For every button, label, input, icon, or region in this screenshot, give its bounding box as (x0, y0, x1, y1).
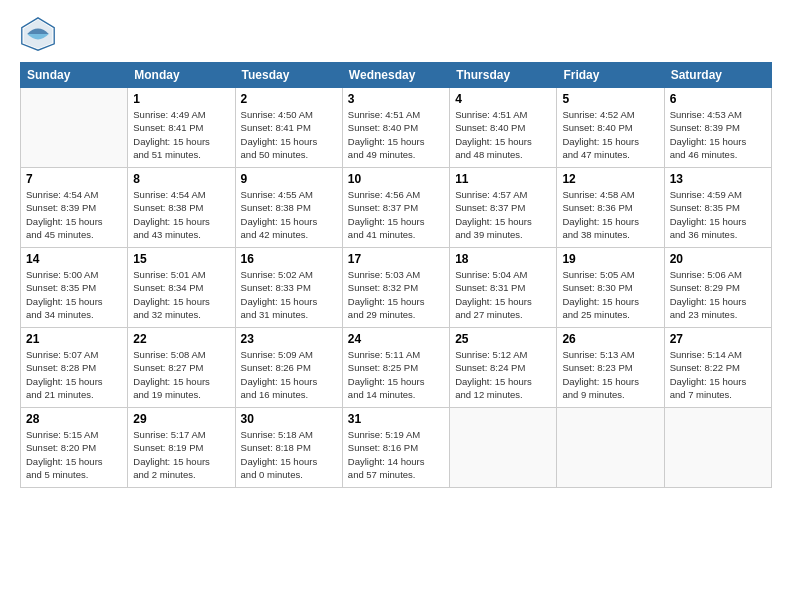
day-number: 25 (455, 332, 551, 346)
day-number: 28 (26, 412, 122, 426)
daylight-text-line2: and 25 minutes. (562, 308, 658, 321)
day-number: 18 (455, 252, 551, 266)
sunrise-text: Sunrise: 4:59 AM (670, 188, 766, 201)
sunrise-text: Sunrise: 4:53 AM (670, 108, 766, 121)
daylight-text-line1: Daylight: 15 hours (562, 215, 658, 228)
sunset-text: Sunset: 8:24 PM (455, 361, 551, 374)
daylight-text-line2: and 36 minutes. (670, 228, 766, 241)
day-number: 3 (348, 92, 444, 106)
page: SundayMondayTuesdayWednesdayThursdayFrid… (0, 0, 792, 612)
calendar-cell: 3Sunrise: 4:51 AMSunset: 8:40 PMDaylight… (342, 88, 449, 168)
sunset-text: Sunset: 8:37 PM (455, 201, 551, 214)
calendar-week-1: 1Sunrise: 4:49 AMSunset: 8:41 PMDaylight… (21, 88, 772, 168)
calendar-cell: 17Sunrise: 5:03 AMSunset: 8:32 PMDayligh… (342, 248, 449, 328)
calendar-cell: 2Sunrise: 4:50 AMSunset: 8:41 PMDaylight… (235, 88, 342, 168)
calendar-cell: 30Sunrise: 5:18 AMSunset: 8:18 PMDayligh… (235, 408, 342, 488)
daylight-text-line1: Daylight: 15 hours (241, 375, 337, 388)
daylight-text-line1: Daylight: 15 hours (562, 295, 658, 308)
daylight-text-line2: and 46 minutes. (670, 148, 766, 161)
daylight-text-line1: Daylight: 15 hours (241, 215, 337, 228)
daylight-text-line2: and 31 minutes. (241, 308, 337, 321)
day-info: Sunrise: 4:53 AMSunset: 8:39 PMDaylight:… (670, 108, 766, 161)
daylight-text-line2: and 49 minutes. (348, 148, 444, 161)
sunset-text: Sunset: 8:40 PM (455, 121, 551, 134)
daylight-text-line2: and 9 minutes. (562, 388, 658, 401)
daylight-text-line1: Daylight: 15 hours (348, 135, 444, 148)
daylight-text-line1: Daylight: 15 hours (348, 295, 444, 308)
sunrise-text: Sunrise: 4:52 AM (562, 108, 658, 121)
sunrise-text: Sunrise: 5:18 AM (241, 428, 337, 441)
sunrise-text: Sunrise: 4:50 AM (241, 108, 337, 121)
daylight-text-line2: and 27 minutes. (455, 308, 551, 321)
day-info: Sunrise: 4:49 AMSunset: 8:41 PMDaylight:… (133, 108, 229, 161)
daylight-text-line2: and 16 minutes. (241, 388, 337, 401)
day-info: Sunrise: 4:52 AMSunset: 8:40 PMDaylight:… (562, 108, 658, 161)
daylight-text-line2: and 19 minutes. (133, 388, 229, 401)
sunset-text: Sunset: 8:30 PM (562, 281, 658, 294)
sunset-text: Sunset: 8:20 PM (26, 441, 122, 454)
day-number: 23 (241, 332, 337, 346)
day-number: 19 (562, 252, 658, 266)
day-number: 8 (133, 172, 229, 186)
sunset-text: Sunset: 8:36 PM (562, 201, 658, 214)
day-info: Sunrise: 5:00 AMSunset: 8:35 PMDaylight:… (26, 268, 122, 321)
day-info: Sunrise: 4:59 AMSunset: 8:35 PMDaylight:… (670, 188, 766, 241)
logo (20, 16, 60, 52)
day-info: Sunrise: 5:14 AMSunset: 8:22 PMDaylight:… (670, 348, 766, 401)
daylight-text-line2: and 23 minutes. (670, 308, 766, 321)
day-info: Sunrise: 4:51 AMSunset: 8:40 PMDaylight:… (348, 108, 444, 161)
calendar-header-row: SundayMondayTuesdayWednesdayThursdayFrid… (21, 63, 772, 88)
day-info: Sunrise: 5:15 AMSunset: 8:20 PMDaylight:… (26, 428, 122, 481)
day-info: Sunrise: 5:02 AMSunset: 8:33 PMDaylight:… (241, 268, 337, 321)
daylight-text-line2: and 38 minutes. (562, 228, 658, 241)
header (20, 16, 772, 52)
column-header-wednesday: Wednesday (342, 63, 449, 88)
daylight-text-line1: Daylight: 15 hours (670, 295, 766, 308)
calendar-cell: 9Sunrise: 4:55 AMSunset: 8:38 PMDaylight… (235, 168, 342, 248)
day-number: 7 (26, 172, 122, 186)
sunset-text: Sunset: 8:37 PM (348, 201, 444, 214)
calendar-cell: 4Sunrise: 4:51 AMSunset: 8:40 PMDaylight… (450, 88, 557, 168)
day-info: Sunrise: 4:51 AMSunset: 8:40 PMDaylight:… (455, 108, 551, 161)
calendar-week-5: 28Sunrise: 5:15 AMSunset: 8:20 PMDayligh… (21, 408, 772, 488)
sunset-text: Sunset: 8:40 PM (348, 121, 444, 134)
day-info: Sunrise: 4:58 AMSunset: 8:36 PMDaylight:… (562, 188, 658, 241)
daylight-text-line1: Daylight: 15 hours (133, 135, 229, 148)
sunrise-text: Sunrise: 5:03 AM (348, 268, 444, 281)
sunset-text: Sunset: 8:22 PM (670, 361, 766, 374)
sunset-text: Sunset: 8:28 PM (26, 361, 122, 374)
sunset-text: Sunset: 8:38 PM (133, 201, 229, 214)
day-number: 20 (670, 252, 766, 266)
calendar-cell: 11Sunrise: 4:57 AMSunset: 8:37 PMDayligh… (450, 168, 557, 248)
sunset-text: Sunset: 8:33 PM (241, 281, 337, 294)
day-info: Sunrise: 4:56 AMSunset: 8:37 PMDaylight:… (348, 188, 444, 241)
day-info: Sunrise: 5:12 AMSunset: 8:24 PMDaylight:… (455, 348, 551, 401)
calendar-cell: 26Sunrise: 5:13 AMSunset: 8:23 PMDayligh… (557, 328, 664, 408)
sunset-text: Sunset: 8:23 PM (562, 361, 658, 374)
daylight-text-line1: Daylight: 15 hours (348, 375, 444, 388)
daylight-text-line2: and 21 minutes. (26, 388, 122, 401)
day-info: Sunrise: 4:50 AMSunset: 8:41 PMDaylight:… (241, 108, 337, 161)
daylight-text-line2: and 43 minutes. (133, 228, 229, 241)
day-info: Sunrise: 5:01 AMSunset: 8:34 PMDaylight:… (133, 268, 229, 321)
calendar-cell: 25Sunrise: 5:12 AMSunset: 8:24 PMDayligh… (450, 328, 557, 408)
sunrise-text: Sunrise: 5:13 AM (562, 348, 658, 361)
sunset-text: Sunset: 8:25 PM (348, 361, 444, 374)
calendar-cell: 1Sunrise: 4:49 AMSunset: 8:41 PMDaylight… (128, 88, 235, 168)
sunrise-text: Sunrise: 5:11 AM (348, 348, 444, 361)
daylight-text-line2: and 0 minutes. (241, 468, 337, 481)
sunrise-text: Sunrise: 4:49 AM (133, 108, 229, 121)
daylight-text-line2: and 39 minutes. (455, 228, 551, 241)
day-number: 31 (348, 412, 444, 426)
sunset-text: Sunset: 8:39 PM (26, 201, 122, 214)
daylight-text-line2: and 45 minutes. (26, 228, 122, 241)
calendar-cell: 5Sunrise: 4:52 AMSunset: 8:40 PMDaylight… (557, 88, 664, 168)
day-number: 4 (455, 92, 551, 106)
calendar-cell (557, 408, 664, 488)
day-info: Sunrise: 5:13 AMSunset: 8:23 PMDaylight:… (562, 348, 658, 401)
sunset-text: Sunset: 8:40 PM (562, 121, 658, 134)
calendar-cell: 21Sunrise: 5:07 AMSunset: 8:28 PMDayligh… (21, 328, 128, 408)
sunset-text: Sunset: 8:27 PM (133, 361, 229, 374)
sunset-text: Sunset: 8:29 PM (670, 281, 766, 294)
daylight-text-line2: and 32 minutes. (133, 308, 229, 321)
